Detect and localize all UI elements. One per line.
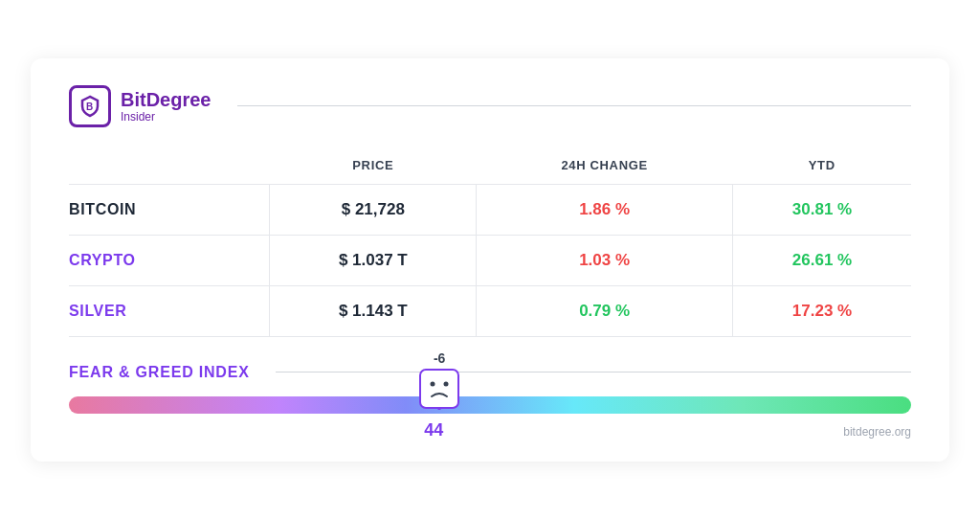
main-card: B BitDegree Insider PRICE 24h CHANGE YTD…: [31, 58, 949, 462]
col-header-label: [69, 150, 270, 185]
col-header-change: 24h CHANGE: [477, 150, 733, 185]
table-row: SILVER $ 1.143 T 0.79 % 17.23 %: [69, 285, 911, 336]
row-change: 1.03 %: [477, 235, 733, 285]
header-divider: [237, 105, 911, 107]
gauge-value-label: 44: [424, 420, 443, 440]
price-table: PRICE 24h CHANGE YTD BITCOIN $ 21,728 1.…: [69, 150, 911, 337]
svg-text:B: B: [86, 102, 93, 112]
table-row: CRYPTO $ 1.037 T 1.03 % 26.61 %: [69, 235, 911, 285]
svg-rect-1: [420, 370, 458, 408]
logo-icon: B: [69, 85, 111, 127]
gauge-bar-container: -6 44: [69, 396, 911, 414]
col-header-ytd: YTD: [733, 150, 912, 185]
gauge-face-icon: [418, 368, 460, 410]
row-label: SILVER: [69, 285, 270, 336]
row-ytd: 26.61 %: [733, 235, 912, 285]
col-header-price: PRICE: [270, 150, 477, 185]
row-price: $ 21,728: [270, 184, 477, 235]
brand-name: BitDegree: [121, 89, 211, 110]
row-change: 0.79 %: [477, 285, 733, 336]
row-ytd: 30.81 %: [733, 184, 912, 235]
svg-point-2: [431, 381, 435, 386]
svg-point-3: [444, 381, 449, 386]
fear-greed-divider: [276, 372, 911, 373]
logo-text: BitDegree Insider: [121, 89, 211, 124]
row-ytd: 17.23 %: [733, 285, 912, 336]
fear-greed-header: FEAR & GREED INDEX: [69, 364, 911, 381]
gauge-change: -6: [434, 350, 445, 366]
row-change: 1.86 %: [477, 184, 733, 235]
footer-url-text: bitdegree.org: [843, 425, 911, 439]
row-label: BITCOIN: [69, 184, 270, 235]
row-label: CRYPTO: [69, 235, 270, 285]
gauge-bar: [69, 396, 911, 414]
footer-url: bitdegree.org: [69, 425, 911, 439]
brand-subtitle: Insider: [121, 110, 211, 124]
fear-greed-section: FEAR & GREED INDEX -6 44: [69, 364, 911, 414]
table-row: BITCOIN $ 21,728 1.86 % 30.81 %: [69, 184, 911, 235]
table-header-row: PRICE 24h CHANGE YTD: [69, 150, 911, 185]
logo-container: B BitDegree Insider: [69, 85, 222, 127]
gauge-indicator: -6: [418, 350, 460, 410]
fear-greed-title: FEAR & GREED INDEX: [69, 364, 260, 381]
row-price: $ 1.143 T: [270, 285, 477, 336]
row-price: $ 1.037 T: [270, 235, 477, 285]
header: B BitDegree Insider: [69, 85, 911, 127]
